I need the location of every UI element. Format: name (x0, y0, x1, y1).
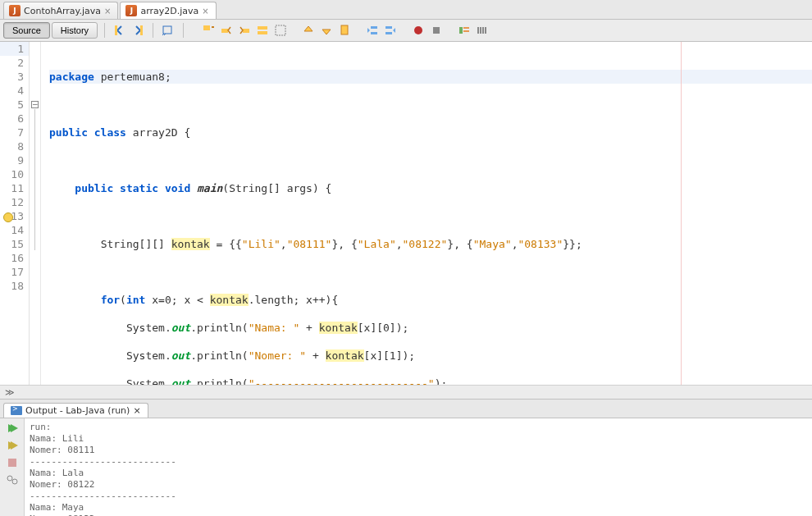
svg-rect-22 (485, 27, 486, 34)
svg-point-14 (414, 26, 422, 34)
editor-toolbar: Source History (0, 20, 812, 42)
svg-rect-13 (385, 32, 392, 34)
bookmark-icon[interactable] (336, 22, 353, 39)
console-output[interactable]: run: Nama: Lili Nomer: 08111 -----------… (25, 418, 812, 516)
console-line: run: (30, 422, 52, 432)
source-button[interactable]: Source (3, 22, 50, 39)
prev-bookmark-icon[interactable] (300, 22, 317, 39)
output-tab-bar: Output - Lab-Java (run) × (0, 400, 812, 418)
svg-point-24 (7, 476, 12, 481)
svg-rect-23 (8, 459, 16, 467)
svg-rect-8 (276, 25, 285, 35)
svg-rect-17 (463, 27, 469, 29)
svg-rect-7 (258, 31, 267, 34)
svg-rect-5 (243, 29, 249, 33)
fold-toggle-icon[interactable]: − (31, 101, 39, 108)
line-number-gutter: 123456789101112131415161718 (0, 42, 30, 385)
output-sidebar (0, 418, 25, 516)
undo-group-icon[interactable] (160, 22, 176, 39)
svg-rect-11 (371, 32, 377, 34)
file-tab-label: ContohArray.java (24, 6, 101, 16)
comment-icon[interactable] (456, 22, 472, 39)
console-line: Nama: Maya (30, 502, 84, 513)
output-panel: run: Nama: Lili Nomer: 08111 -----------… (0, 418, 812, 516)
svg-point-25 (12, 479, 17, 484)
svg-rect-12 (385, 26, 392, 29)
breadcrumb[interactable]: ≫ (0, 385, 812, 400)
console-line: --------------------------- (30, 456, 176, 467)
console-line: Nama: Lala (30, 468, 84, 478)
terminal-icon (11, 406, 22, 415)
select-in-icon[interactable] (272, 22, 289, 39)
history-button[interactable]: History (52, 22, 98, 39)
toggle-highlight-icon[interactable] (254, 22, 271, 39)
find-next-icon[interactable] (236, 22, 253, 39)
svg-rect-10 (371, 26, 377, 29)
svg-rect-20 (480, 27, 481, 34)
svg-rect-19 (477, 27, 479, 34)
file-tab-bar: ContohArray.java × array2D.java × (0, 0, 812, 20)
rerun-icon[interactable] (5, 422, 20, 435)
svg-rect-9 (341, 25, 348, 34)
start-macro-icon[interactable] (410, 22, 427, 39)
settings-icon[interactable] (5, 473, 20, 486)
svg-rect-2 (163, 26, 171, 34)
svg-rect-21 (482, 27, 484, 34)
code-area[interactable]: package pertemuan8; public class array2D… (41, 42, 812, 385)
fold-gutter: − (30, 42, 41, 385)
console-line: Nomer: 08111 (30, 445, 94, 455)
rerun-alt-icon[interactable] (5, 439, 20, 452)
close-icon[interactable]: × (133, 405, 140, 416)
svg-rect-15 (433, 27, 440, 34)
svg-rect-16 (459, 27, 463, 34)
output-tab-label: Output - Lab-Java (run) (25, 405, 130, 416)
close-icon[interactable]: × (202, 7, 208, 16)
svg-rect-0 (115, 25, 117, 35)
next-bookmark-icon[interactable] (318, 22, 335, 39)
svg-rect-6 (258, 26, 267, 30)
separator (104, 23, 105, 38)
forward-icon[interactable] (130, 22, 146, 39)
stop-icon[interactable] (5, 456, 20, 469)
svg-rect-3 (203, 25, 210, 30)
console-line: Nomer: 08122 (30, 479, 94, 490)
uncomment-icon[interactable] (474, 22, 490, 39)
find-prev-icon[interactable] (218, 22, 235, 39)
find-selection-icon[interactable] (200, 22, 217, 39)
file-tab-contoharray[interactable]: ContohArray.java × (3, 2, 118, 19)
warning-icon[interactable] (3, 212, 13, 222)
breadcrumb-glyph: ≫ (5, 387, 15, 398)
console-line: Nama: Lili (30, 433, 84, 444)
separator (153, 23, 153, 38)
shift-right-icon[interactable] (382, 22, 399, 39)
svg-rect-1 (140, 25, 143, 35)
console-line: --------------------------- (30, 491, 176, 501)
shift-left-icon[interactable] (364, 22, 381, 39)
svg-rect-4 (221, 29, 228, 33)
svg-rect-18 (463, 30, 469, 32)
separator (183, 23, 184, 38)
java-file-icon (125, 5, 137, 16)
code-editor[interactable]: 123456789101112131415161718 − package pe… (0, 42, 812, 385)
back-icon[interactable] (112, 22, 128, 39)
close-icon[interactable]: × (104, 7, 111, 16)
file-tab-array2d[interactable]: array2D.java × (120, 2, 216, 19)
output-tab[interactable]: Output - Lab-Java (run) × (3, 403, 148, 418)
java-file-icon (9, 5, 21, 16)
file-tab-label: array2D.java (140, 6, 198, 16)
stop-macro-icon[interactable] (428, 22, 445, 39)
print-margin (681, 42, 682, 385)
